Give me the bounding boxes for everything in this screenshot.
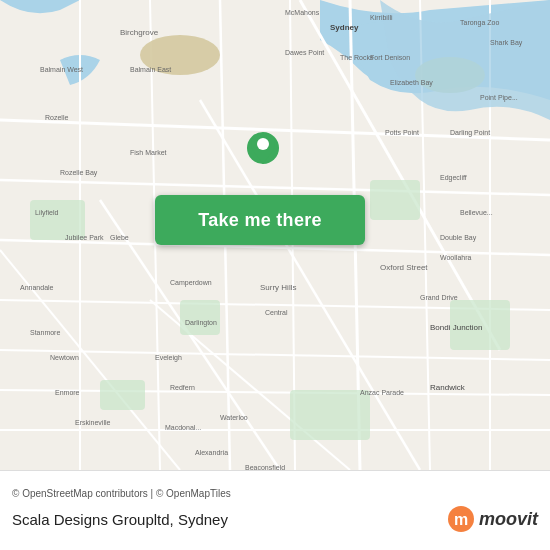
svg-text:Oxford Street: Oxford Street (380, 263, 428, 272)
svg-rect-22 (370, 180, 420, 220)
svg-text:Enmore: Enmore (55, 389, 80, 396)
bottom-bar: © OpenStreetMap contributors | © OpenMap… (0, 470, 550, 550)
svg-text:Birchgrove: Birchgrove (120, 28, 159, 37)
svg-rect-24 (100, 380, 145, 410)
svg-text:Fish Market: Fish Market (130, 149, 167, 156)
svg-text:Central: Central (265, 309, 288, 316)
svg-text:Erskineville: Erskineville (75, 419, 111, 426)
moovit-icon: m (447, 505, 475, 533)
svg-text:Potts Point: Potts Point (385, 129, 419, 136)
svg-text:Anzac Parade: Anzac Parade (360, 389, 404, 396)
svg-point-75 (257, 138, 269, 150)
svg-text:Surry Hills: Surry Hills (260, 283, 296, 292)
svg-text:Bondi Junction: Bondi Junction (430, 323, 482, 332)
svg-text:Elizabeth Bay: Elizabeth Bay (390, 79, 433, 87)
svg-text:Rozelle: Rozelle (45, 114, 68, 121)
moovit-text: moovit (479, 509, 538, 530)
svg-text:Double Bay: Double Bay (440, 234, 477, 242)
map-attribution: © OpenStreetMap contributors | © OpenMap… (12, 488, 538, 499)
svg-text:Annandale: Annandale (20, 284, 54, 291)
svg-rect-21 (180, 300, 220, 335)
bottom-content: Scala Designs Groupltd, Sydney m moovit (12, 505, 538, 533)
svg-text:Balmain West: Balmain West (40, 66, 83, 73)
svg-text:Balmain East: Balmain East (130, 66, 171, 73)
svg-text:Camperdown: Camperdown (170, 279, 212, 287)
svg-text:Redfern: Redfern (170, 384, 195, 391)
svg-text:Shark Bay: Shark Bay (490, 39, 523, 47)
take-me-there-label: Take me there (198, 210, 322, 231)
svg-text:Macdonal...: Macdonal... (165, 424, 201, 431)
svg-text:Point Pipe...: Point Pipe... (480, 94, 518, 102)
svg-text:Kirribilli: Kirribilli (370, 14, 393, 21)
svg-text:Taronga Zoo: Taronga Zoo (460, 19, 499, 27)
svg-text:Randwick: Randwick (430, 383, 466, 392)
svg-text:Bellevue...: Bellevue... (460, 209, 493, 216)
svg-text:Jubilee Park: Jubilee Park (65, 234, 104, 241)
svg-text:Glebe: Glebe (110, 234, 129, 241)
svg-text:Fort Denison: Fort Denison (370, 54, 410, 61)
svg-rect-25 (290, 390, 370, 440)
svg-text:Waterloo: Waterloo (220, 414, 248, 421)
svg-text:Woollahra: Woollahra (440, 254, 471, 261)
svg-text:Lilyfield: Lilyfield (35, 209, 58, 217)
map-pin-icon (243, 130, 283, 180)
svg-text:Eveleigh: Eveleigh (155, 354, 182, 362)
location-name: Scala Designs Groupltd, Sydney (12, 511, 228, 528)
svg-text:Edgecliff: Edgecliff (440, 174, 467, 182)
svg-text:Darling Point: Darling Point (450, 129, 490, 137)
svg-text:Darlington: Darlington (185, 319, 217, 327)
map-container: Birchgrove Balmain West Balmain East Roz… (0, 0, 550, 470)
svg-text:Dawes Point: Dawes Point (285, 49, 324, 56)
svg-text:Rozelle Bay: Rozelle Bay (60, 169, 98, 177)
svg-text:McMahons: McMahons (285, 9, 320, 16)
svg-text:Grand Drive: Grand Drive (420, 294, 458, 301)
svg-text:m: m (454, 511, 468, 528)
moovit-logo: m moovit (447, 505, 538, 533)
svg-text:Newtown: Newtown (50, 354, 79, 361)
svg-text:Alexandria: Alexandria (195, 449, 228, 456)
svg-text:Sydney: Sydney (330, 23, 359, 32)
svg-text:The Rocks: The Rocks (340, 54, 374, 61)
svg-text:Stanmore: Stanmore (30, 329, 60, 336)
take-me-there-button[interactable]: Take me there (155, 195, 365, 245)
